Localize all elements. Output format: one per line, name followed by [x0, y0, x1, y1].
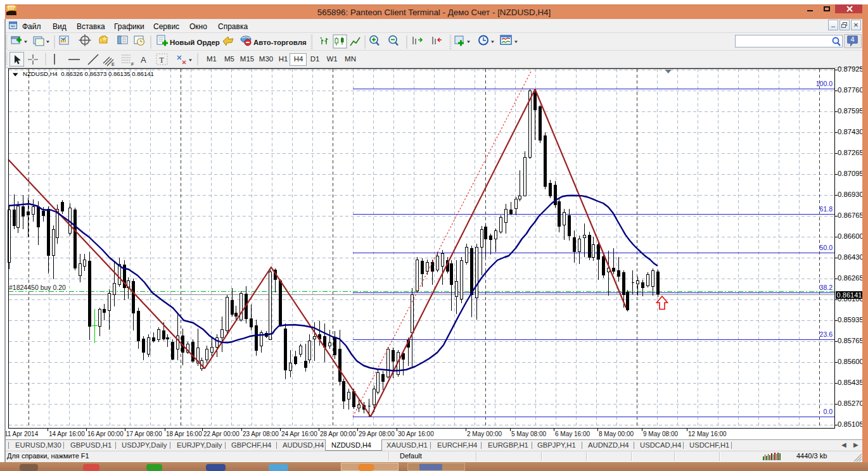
svg-text:E: E	[112, 61, 115, 67]
svg-text:100.0: 100.0	[816, 80, 833, 87]
svg-text:Авто-торговля: Авто-торговля	[253, 39, 307, 46]
svg-text:#1824450 buy 0.20: #1824450 buy 0.20	[9, 284, 66, 291]
svg-text:38.2: 38.2	[820, 284, 833, 291]
svg-text:23.6: 23.6	[820, 330, 833, 338]
svg-text:61.8: 61.8	[820, 205, 833, 213]
svg-text:T: T	[160, 56, 165, 65]
svg-text:50.0: 50.0	[820, 244, 833, 251]
svg-text:A: A	[141, 55, 146, 65]
svg-text:F: F	[131, 61, 134, 67]
svg-text:Новый Ордер: Новый Ордер	[170, 39, 220, 46]
svg-text:NZDUSD,H4 0.86326 0.86373 0.8: NZDUSD,H4 0.86326 0.86373 0.86135 0.8614…	[23, 70, 154, 77]
svg-text:0.0: 0.0	[823, 408, 833, 415]
